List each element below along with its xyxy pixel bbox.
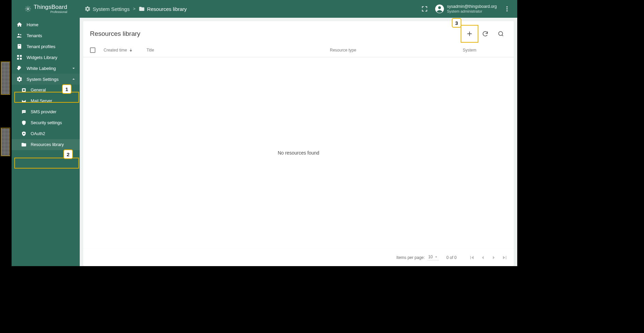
- sidebar-item-label: System Settings: [27, 77, 59, 82]
- breadcrumb-label: System Settings: [93, 6, 129, 12]
- sidebar-item-label: Tenants: [27, 33, 42, 38]
- empty-text: No resources found: [278, 150, 319, 156]
- topbar: ThingsBoard Professional System Settings…: [12, 0, 517, 18]
- edge-artifact: [1, 128, 10, 156]
- column-header-created-time[interactable]: Created time: [104, 48, 147, 53]
- sidebar-item-widgets-library[interactable]: Widgets Library: [12, 52, 80, 63]
- breadcrumb-item-system-settings[interactable]: System Settings: [85, 6, 129, 12]
- sidebar-item-label: General: [31, 88, 46, 92]
- svg-rect-11: [20, 55, 22, 57]
- svg-point-19: [499, 31, 503, 35]
- svg-rect-9: [19, 45, 20, 46]
- sidebar-item-home[interactable]: Home: [12, 19, 80, 30]
- page-size-value: 10: [428, 255, 433, 259]
- fullscreen-icon: [421, 5, 428, 12]
- chevron-up-icon: [71, 76, 76, 82]
- column-header-system[interactable]: System: [463, 48, 507, 53]
- resources-card: Resources library 3: [83, 21, 514, 266]
- sidebar-sub-mail-server[interactable]: Mail Server: [12, 96, 80, 106]
- checkbox-icon: [90, 47, 95, 53]
- callout-badge-2: 2: [63, 149, 73, 159]
- select-all-checkbox[interactable]: [90, 47, 104, 53]
- next-page-button[interactable]: [489, 253, 498, 262]
- sidebar-item-label: Resources library: [31, 142, 64, 147]
- callout-badge-3: 3: [452, 18, 461, 28]
- sidebar-item-tenants[interactable]: Tenants: [12, 30, 80, 41]
- tenants-icon: [16, 32, 22, 39]
- content-area: Resources library 3: [80, 18, 517, 266]
- items-per-page-label: Items per page:: [396, 255, 425, 260]
- sidebar-item-label: Security settings: [31, 120, 62, 125]
- sidebar-sub-sms-provider[interactable]: SMS provider: [12, 106, 80, 117]
- add-button[interactable]: [463, 27, 476, 41]
- sidebar-item-label: Home: [27, 22, 39, 27]
- brand-edition: Professional: [50, 11, 67, 14]
- column-label: System: [463, 48, 476, 53]
- svg-point-17: [24, 111, 25, 112]
- table-header-row: Created time Title Resource type System: [83, 43, 514, 57]
- tenant-profiles-icon: [16, 43, 22, 49]
- sidebar-sub-resources-library[interactable]: Resources library: [12, 139, 80, 150]
- chevron-left-icon: [479, 254, 486, 261]
- svg-rect-20: [131, 48, 131, 50]
- svg-point-7: [20, 34, 21, 35]
- app-root: ThingsBoard Professional System Settings…: [12, 0, 517, 266]
- svg-rect-10: [17, 55, 19, 57]
- user-avatar-icon: [435, 4, 444, 14]
- first-page-icon: [469, 254, 475, 261]
- breadcrumb: System Settings > Resources library: [85, 6, 187, 12]
- svg-point-4: [506, 8, 507, 9]
- breadcrumb-item-resources-library[interactable]: Resources library: [139, 6, 187, 12]
- refresh-button[interactable]: [478, 27, 492, 41]
- sidebar-item-white-labeling[interactable]: White Labeling: [12, 63, 80, 74]
- kebab-menu-button[interactable]: [501, 3, 513, 15]
- folder-icon: [139, 6, 145, 12]
- first-page-button[interactable]: [467, 253, 476, 262]
- user-menu[interactable]: sysadmin@thingsboard.org System administ…: [435, 4, 497, 14]
- widgets-icon: [16, 54, 22, 60]
- svg-rect-13: [20, 58, 22, 60]
- sidebar: Home Tenants Tenant profiles Widgets Lib…: [12, 18, 80, 266]
- card-actions: 3: [463, 27, 508, 41]
- sidebar-item-label: SMS provider: [31, 110, 57, 114]
- column-label: Resource type: [330, 48, 356, 53]
- sidebar-item-system-settings[interactable]: System Settings: [12, 74, 80, 85]
- more-vert-icon: [504, 5, 510, 12]
- svg-rect-8: [18, 44, 21, 49]
- svg-point-2: [438, 6, 441, 9]
- oauth-icon: [21, 131, 27, 136]
- white-labeling-icon: [16, 65, 22, 71]
- column-label: Created time: [104, 48, 127, 53]
- column-label: Title: [147, 48, 154, 53]
- fullscreen-button[interactable]: [418, 3, 431, 15]
- sidebar-item-tenant-profiles[interactable]: Tenant profiles: [12, 41, 80, 52]
- page-size-select[interactable]: 10: [428, 255, 439, 260]
- chevron-right-icon: [490, 254, 497, 261]
- edge-artifact: [1, 61, 10, 95]
- svg-point-15: [23, 111, 23, 112]
- search-button[interactable]: [494, 27, 508, 41]
- general-icon: [21, 87, 27, 93]
- column-header-resource-type[interactable]: Resource type: [330, 48, 463, 53]
- home-icon: [16, 21, 22, 28]
- user-email: sysadmin@thingsboard.org: [447, 4, 497, 9]
- chevron-down-icon: [71, 66, 76, 71]
- svg-point-18: [23, 133, 25, 134]
- last-page-button[interactable]: [500, 253, 509, 262]
- prev-page-button[interactable]: [478, 253, 487, 262]
- settings-icon: [16, 76, 22, 82]
- brand-logo[interactable]: ThingsBoard Professional: [12, 0, 80, 18]
- last-page-icon: [501, 254, 508, 261]
- shield-icon: [21, 120, 27, 126]
- plus-icon: [466, 30, 473, 38]
- sidebar-item-label: White Labeling: [27, 66, 56, 71]
- sidebar-item-label: Mail Server: [31, 99, 52, 103]
- column-header-title[interactable]: Title: [147, 48, 330, 53]
- sidebar-sub-oauth2[interactable]: OAuth2: [12, 128, 80, 139]
- breadcrumb-separator: >: [133, 6, 135, 11]
- sidebar-sub-security-settings[interactable]: Security settings: [12, 117, 80, 128]
- sms-icon: [21, 109, 27, 115]
- refresh-icon: [482, 30, 489, 37]
- brand-name: ThingsBoard: [34, 4, 67, 10]
- empty-state: No resources found: [83, 57, 514, 248]
